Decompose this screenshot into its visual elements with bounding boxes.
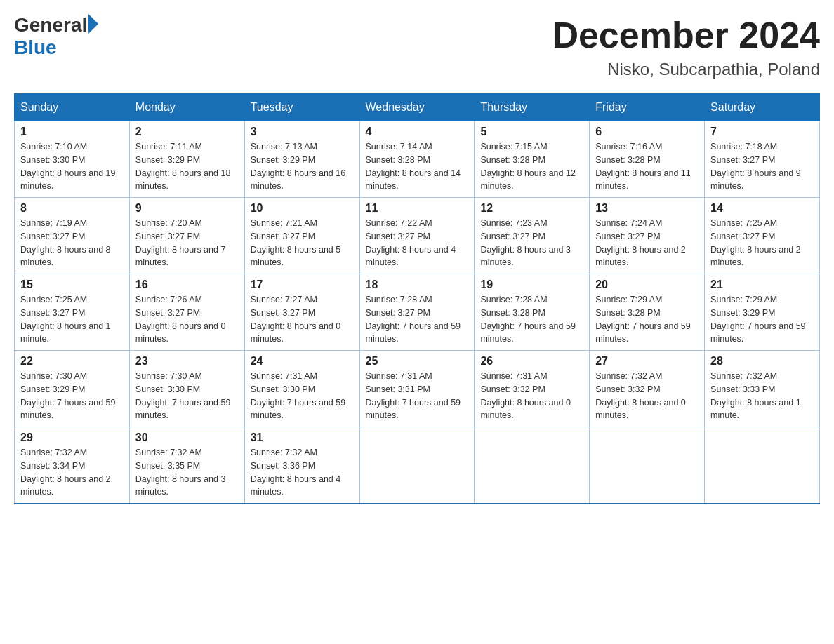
day-info: Sunrise: 7:32 AMSunset: 3:36 PMDaylight:… bbox=[251, 446, 354, 499]
day-number: 1 bbox=[20, 126, 124, 138]
calendar-cell: 31Sunrise: 7:32 AMSunset: 3:36 PMDayligh… bbox=[244, 427, 359, 504]
day-number: 26 bbox=[480, 355, 583, 368]
day-number: 28 bbox=[710, 355, 814, 368]
day-number: 18 bbox=[366, 279, 469, 291]
column-header-monday: Monday bbox=[129, 94, 244, 121]
day-info: Sunrise: 7:32 AMSunset: 3:34 PMDaylight:… bbox=[20, 446, 124, 499]
day-info: Sunrise: 7:24 AMSunset: 3:27 PMDaylight:… bbox=[595, 217, 699, 269]
calendar-week-row: 8Sunrise: 7:19 AMSunset: 3:27 PMDaylight… bbox=[15, 198, 820, 274]
day-number: 14 bbox=[710, 202, 814, 215]
day-number: 4 bbox=[366, 126, 469, 138]
day-number: 16 bbox=[135, 279, 239, 291]
calendar-cell: 11Sunrise: 7:22 AMSunset: 3:27 PMDayligh… bbox=[359, 198, 475, 274]
calendar-cell: 26Sunrise: 7:31 AMSunset: 3:32 PMDayligh… bbox=[475, 351, 590, 427]
calendar-cell: 13Sunrise: 7:24 AMSunset: 3:27 PMDayligh… bbox=[590, 198, 705, 274]
day-info: Sunrise: 7:19 AMSunset: 3:27 PMDaylight:… bbox=[20, 217, 124, 269]
logo-blue-text: Blue bbox=[14, 36, 57, 59]
day-info: Sunrise: 7:23 AMSunset: 3:27 PMDaylight:… bbox=[480, 217, 583, 269]
location-title: Nisko, Subcarpathia, Poland bbox=[552, 60, 820, 79]
day-info: Sunrise: 7:30 AMSunset: 3:30 PMDaylight:… bbox=[135, 370, 239, 422]
calendar-week-row: 22Sunrise: 7:30 AMSunset: 3:29 PMDayligh… bbox=[15, 351, 820, 427]
logo: General Blue bbox=[14, 14, 98, 59]
day-info: Sunrise: 7:10 AMSunset: 3:30 PMDaylight:… bbox=[20, 140, 124, 193]
calendar-cell: 27Sunrise: 7:32 AMSunset: 3:32 PMDayligh… bbox=[590, 351, 705, 427]
day-info: Sunrise: 7:14 AMSunset: 3:28 PMDaylight:… bbox=[366, 140, 469, 193]
calendar-cell: 18Sunrise: 7:28 AMSunset: 3:27 PMDayligh… bbox=[359, 274, 475, 351]
calendar-cell: 21Sunrise: 7:29 AMSunset: 3:29 PMDayligh… bbox=[705, 274, 820, 351]
calendar-cell: 15Sunrise: 7:25 AMSunset: 3:27 PMDayligh… bbox=[15, 274, 130, 351]
day-number: 15 bbox=[20, 279, 124, 291]
day-info: Sunrise: 7:31 AMSunset: 3:32 PMDaylight:… bbox=[480, 370, 583, 422]
day-info: Sunrise: 7:32 AMSunset: 3:35 PMDaylight:… bbox=[135, 446, 239, 499]
calendar-cell: 6Sunrise: 7:16 AMSunset: 3:28 PMDaylight… bbox=[590, 121, 705, 198]
day-number: 23 bbox=[135, 355, 239, 368]
column-header-thursday: Thursday bbox=[475, 94, 590, 121]
day-number: 5 bbox=[480, 126, 583, 138]
calendar-cell: 7Sunrise: 7:18 AMSunset: 3:27 PMDaylight… bbox=[705, 121, 820, 198]
calendar-cell: 4Sunrise: 7:14 AMSunset: 3:28 PMDaylight… bbox=[359, 121, 475, 198]
day-number: 25 bbox=[366, 355, 469, 368]
calendar-cell: 20Sunrise: 7:29 AMSunset: 3:28 PMDayligh… bbox=[590, 274, 705, 351]
calendar-cell: 1Sunrise: 7:10 AMSunset: 3:30 PMDaylight… bbox=[15, 121, 130, 198]
calendar-cell: 10Sunrise: 7:21 AMSunset: 3:27 PMDayligh… bbox=[244, 198, 359, 274]
day-info: Sunrise: 7:20 AMSunset: 3:27 PMDaylight:… bbox=[135, 217, 239, 269]
column-header-friday: Friday bbox=[590, 94, 705, 121]
column-header-saturday: Saturday bbox=[705, 94, 820, 121]
day-number: 9 bbox=[135, 202, 239, 215]
day-info: Sunrise: 7:31 AMSunset: 3:31 PMDaylight:… bbox=[366, 370, 469, 422]
day-number: 31 bbox=[251, 431, 354, 444]
day-info: Sunrise: 7:25 AMSunset: 3:27 PMDaylight:… bbox=[710, 217, 814, 269]
day-info: Sunrise: 7:18 AMSunset: 3:27 PMDaylight:… bbox=[710, 140, 814, 193]
day-number: 11 bbox=[366, 202, 469, 215]
day-info: Sunrise: 7:15 AMSunset: 3:28 PMDaylight:… bbox=[480, 140, 583, 193]
day-number: 2 bbox=[135, 126, 239, 138]
day-number: 8 bbox=[20, 202, 124, 215]
page-header: General Blue December 2024 Nisko, Subcar… bbox=[14, 14, 820, 79]
calendar-cell: 16Sunrise: 7:26 AMSunset: 3:27 PMDayligh… bbox=[129, 274, 244, 351]
calendar-cell: 28Sunrise: 7:32 AMSunset: 3:33 PMDayligh… bbox=[705, 351, 820, 427]
column-header-sunday: Sunday bbox=[15, 94, 130, 121]
calendar-cell: 23Sunrise: 7:30 AMSunset: 3:30 PMDayligh… bbox=[129, 351, 244, 427]
day-number: 22 bbox=[20, 355, 124, 368]
day-number: 30 bbox=[135, 431, 239, 444]
day-number: 7 bbox=[710, 126, 814, 138]
day-number: 17 bbox=[251, 279, 354, 291]
day-number: 24 bbox=[251, 355, 354, 368]
calendar-cell: 14Sunrise: 7:25 AMSunset: 3:27 PMDayligh… bbox=[705, 198, 820, 274]
calendar-cell bbox=[705, 427, 820, 504]
calendar-cell: 19Sunrise: 7:28 AMSunset: 3:28 PMDayligh… bbox=[475, 274, 590, 351]
day-info: Sunrise: 7:26 AMSunset: 3:27 PMDaylight:… bbox=[135, 293, 239, 346]
day-number: 19 bbox=[480, 279, 583, 291]
calendar-cell bbox=[475, 427, 590, 504]
calendar-cell: 17Sunrise: 7:27 AMSunset: 3:27 PMDayligh… bbox=[244, 274, 359, 351]
day-number: 3 bbox=[251, 126, 354, 138]
calendar-week-row: 29Sunrise: 7:32 AMSunset: 3:34 PMDayligh… bbox=[15, 427, 820, 504]
day-number: 27 bbox=[595, 355, 699, 368]
title-block: December 2024 Nisko, Subcarpathia, Polan… bbox=[552, 14, 820, 79]
day-info: Sunrise: 7:21 AMSunset: 3:27 PMDaylight:… bbox=[251, 217, 354, 269]
calendar-cell: 30Sunrise: 7:32 AMSunset: 3:35 PMDayligh… bbox=[129, 427, 244, 504]
day-number: 21 bbox=[710, 279, 814, 291]
day-info: Sunrise: 7:11 AMSunset: 3:29 PMDaylight:… bbox=[135, 140, 239, 193]
calendar-cell: 29Sunrise: 7:32 AMSunset: 3:34 PMDayligh… bbox=[15, 427, 130, 504]
day-info: Sunrise: 7:32 AMSunset: 3:32 PMDaylight:… bbox=[595, 370, 699, 422]
calendar-cell: 12Sunrise: 7:23 AMSunset: 3:27 PMDayligh… bbox=[475, 198, 590, 274]
column-header-wednesday: Wednesday bbox=[359, 94, 475, 121]
day-number: 13 bbox=[595, 202, 699, 215]
day-info: Sunrise: 7:29 AMSunset: 3:28 PMDaylight:… bbox=[595, 293, 699, 346]
day-info: Sunrise: 7:22 AMSunset: 3:27 PMDaylight:… bbox=[366, 217, 469, 269]
calendar-cell bbox=[359, 427, 475, 504]
day-number: 6 bbox=[595, 126, 699, 138]
calendar-cell: 8Sunrise: 7:19 AMSunset: 3:27 PMDaylight… bbox=[15, 198, 130, 274]
calendar-header-row: SundayMondayTuesdayWednesdayThursdayFrid… bbox=[15, 94, 820, 121]
day-info: Sunrise: 7:27 AMSunset: 3:27 PMDaylight:… bbox=[251, 293, 354, 346]
day-info: Sunrise: 7:32 AMSunset: 3:33 PMDaylight:… bbox=[710, 370, 814, 422]
day-info: Sunrise: 7:30 AMSunset: 3:29 PMDaylight:… bbox=[20, 370, 124, 422]
calendar-cell: 3Sunrise: 7:13 AMSunset: 3:29 PMDaylight… bbox=[244, 121, 359, 198]
day-number: 10 bbox=[251, 202, 354, 215]
calendar-cell: 22Sunrise: 7:30 AMSunset: 3:29 PMDayligh… bbox=[15, 351, 130, 427]
day-info: Sunrise: 7:28 AMSunset: 3:27 PMDaylight:… bbox=[366, 293, 469, 346]
day-info: Sunrise: 7:28 AMSunset: 3:28 PMDaylight:… bbox=[480, 293, 583, 346]
calendar-cell: 9Sunrise: 7:20 AMSunset: 3:27 PMDaylight… bbox=[129, 198, 244, 274]
calendar-cell: 2Sunrise: 7:11 AMSunset: 3:29 PMDaylight… bbox=[129, 121, 244, 198]
